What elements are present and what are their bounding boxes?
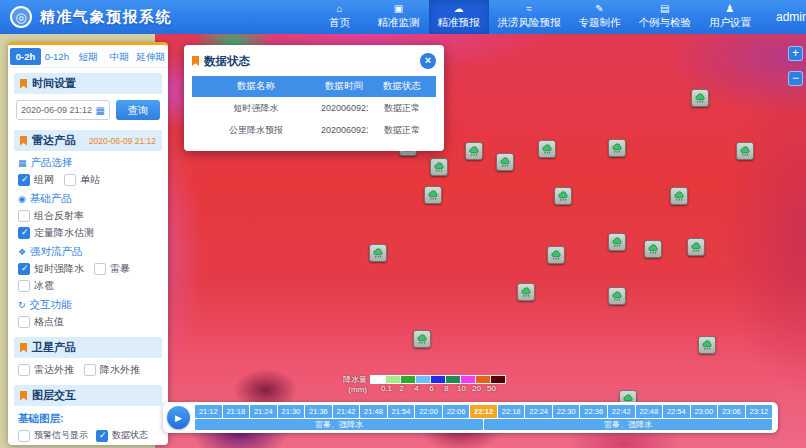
time-step-cell[interactable]: 22:42	[608, 405, 635, 418]
rain-cloud-icon	[427, 189, 440, 202]
layer-interaction-header: 图层交互	[14, 385, 162, 406]
product-select-heading: ▦ 产品选择	[8, 154, 168, 171]
time-step-cell[interactable]: 22:48	[636, 405, 663, 418]
forecast-range-tab[interactable]: 中期	[104, 48, 135, 65]
zoom-in-button[interactable]: +	[788, 46, 803, 61]
time-step-cell[interactable]: 22:06	[443, 405, 470, 418]
weather-rain-marker[interactable]	[687, 238, 705, 256]
time-step-cell[interactable]: 21:42	[333, 405, 360, 418]
nav-item[interactable]: ≈ 洪涝风险预报	[489, 0, 570, 34]
time-step-cell[interactable]: 21:48	[360, 405, 387, 418]
checkbox-label: 单站	[80, 173, 100, 187]
convection-products-heading: ❖ 强对流产品	[8, 243, 168, 260]
map-zoom-controls: + −	[788, 46, 803, 86]
weather-rain-marker[interactable]	[517, 283, 535, 301]
checkbox-item[interactable]: 组合反射率	[18, 209, 84, 223]
nav-item[interactable]: ▤ 个例与检验	[630, 0, 701, 34]
legend-swatch	[400, 375, 416, 384]
time-step-cell[interactable]: 21:54	[388, 405, 415, 418]
nav-item-label: 洪涝风险预报	[498, 16, 561, 30]
time-step-cell[interactable]: 22:30	[553, 405, 580, 418]
weather-rain-marker[interactable]	[424, 186, 442, 204]
checkbox-item[interactable]: 冰雹	[18, 279, 54, 293]
checkbox-item[interactable]: 组网	[18, 173, 54, 187]
checkbox-item[interactable]: 格点值	[18, 315, 64, 329]
weather-rain-marker[interactable]	[691, 89, 709, 107]
weather-rain-marker[interactable]	[496, 153, 514, 171]
checkbox-item[interactable]: 定量降水估测	[18, 226, 94, 240]
time-step-cell[interactable]: 21:12	[195, 405, 222, 418]
time-step-cell[interactable]: 23:06	[718, 405, 745, 418]
weather-rain-marker[interactable]	[554, 187, 572, 205]
forecast-range-tab[interactable]: 0-2h	[10, 48, 41, 65]
legend-swatch	[370, 375, 386, 384]
weather-rain-marker[interactable]	[547, 246, 565, 264]
nav-item[interactable]: ♟ 用户设置	[700, 0, 760, 34]
time-step-cell[interactable]: 21:24	[250, 405, 277, 418]
checkbox-icon	[18, 227, 30, 239]
time-step-cell[interactable]: 22:00	[415, 405, 442, 418]
time-step-cell[interactable]: 23:12	[746, 405, 773, 418]
checkbox-item[interactable]: 降水外推	[84, 363, 140, 377]
zoom-out-button[interactable]: −	[788, 71, 803, 86]
checkbox-icon	[18, 210, 30, 222]
time-step-cell[interactable]: 22:24	[525, 405, 552, 418]
time-step-cell[interactable]: 23:00	[691, 405, 718, 418]
nav-item[interactable]: ⌂ 首页	[311, 0, 369, 34]
weather-rain-marker[interactable]	[670, 187, 688, 205]
time-step-cell[interactable]: 22:54	[663, 405, 690, 418]
forecast-range-tab[interactable]: 延伸期	[135, 48, 166, 65]
interactive-functions-heading: ↻ 交互功能	[8, 296, 168, 313]
time-step-cell[interactable]: 22:12	[470, 405, 497, 418]
legend-swatches	[371, 375, 506, 384]
checkbox-item[interactable]: 数据状态	[96, 429, 160, 442]
time-step-cell[interactable]: 22:36	[580, 405, 607, 418]
rain-cloud-icon	[647, 243, 660, 256]
checkbox-item[interactable]: 单站	[64, 173, 100, 187]
weather-rain-marker[interactable]	[608, 139, 626, 157]
weather-rain-marker[interactable]	[736, 142, 754, 160]
datetime-input[interactable]: 2020-06-09 21:12 ▦	[16, 100, 110, 120]
weather-rain-marker[interactable]	[538, 140, 556, 158]
checkbox-label: 降水外推	[100, 363, 140, 377]
play-button[interactable]: ▶	[167, 406, 190, 429]
table-row[interactable]: 短时强降水 202006092112-202006092312 数据正常	[192, 97, 436, 119]
user-menu[interactable]: admin	[760, 10, 806, 24]
time-step-cell[interactable]: 21:36	[305, 405, 332, 418]
nav-item-icon: ♟	[726, 4, 735, 14]
time-step-cell[interactable]: 21:18	[223, 405, 250, 418]
checkbox-item[interactable]: 雷达外推	[18, 363, 74, 377]
weather-rain-marker[interactable]	[465, 142, 483, 160]
table-row[interactable]: 公里降水预报 202006092112-202006092212 数据正常	[192, 119, 436, 141]
weather-rain-marker[interactable]	[608, 233, 626, 251]
checkbox-item[interactable]: 雷暴	[94, 262, 130, 276]
nav-item[interactable]: ▣ 精准监测	[369, 0, 429, 34]
rain-cloud-icon	[372, 247, 385, 260]
nav-item[interactable]: ✎ 专题制作	[570, 0, 630, 34]
username-label: admin	[776, 10, 806, 24]
nav-item[interactable]: ☁ 精准预报	[429, 0, 489, 34]
close-icon[interactable]: ×	[420, 53, 436, 69]
forecast-range-tab[interactable]: 0-12h	[41, 48, 72, 65]
time-step-cell[interactable]: 22:18	[498, 405, 525, 418]
checkbox-icon	[18, 263, 30, 275]
checkbox-icon	[94, 263, 106, 275]
weather-rain-marker[interactable]	[608, 287, 626, 305]
checkbox-label: 数据状态	[112, 429, 148, 442]
query-button[interactable]: 查询	[116, 100, 160, 120]
weather-rain-marker[interactable]	[369, 244, 387, 262]
weather-rain-marker[interactable]	[413, 330, 431, 348]
checkbox-item[interactable]: 预警信号显示	[18, 429, 94, 442]
forecast-range-tab[interactable]: 短期	[72, 48, 103, 65]
checkbox-icon	[18, 364, 30, 376]
radar-data-timestamp: 2020-06-09 21:12	[89, 136, 156, 146]
legend-swatch	[430, 375, 446, 384]
satellite-products-title: 卫星产品	[32, 340, 76, 355]
weather-rain-marker[interactable]	[698, 336, 716, 354]
weather-rain-marker[interactable]	[430, 158, 448, 176]
nav-item-icon: ✎	[595, 4, 603, 14]
time-step-cell[interactable]: 21:30	[278, 405, 305, 418]
checkbox-item[interactable]: 短时强降水	[18, 262, 84, 276]
data-name-cell: 公里降水预报	[192, 119, 320, 141]
weather-rain-marker[interactable]	[644, 240, 662, 258]
